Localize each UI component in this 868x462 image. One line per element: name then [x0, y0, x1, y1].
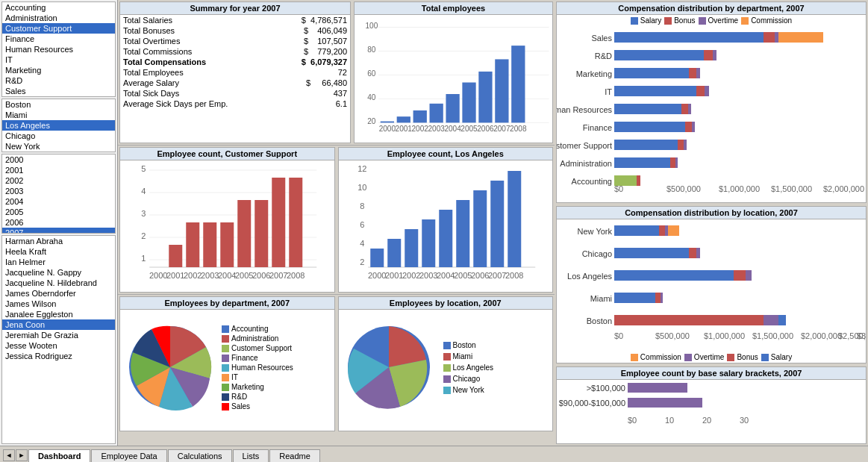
emp-item-jessica[interactable]: Jessica Rodriguez: [2, 351, 115, 361]
emp-item-ian[interactable]: Ian Helmer: [2, 257, 115, 267]
loc-item-miami[interactable]: Miami: [2, 110, 115, 120]
summary-label-overtimes: Total Overtimes: [120, 36, 277, 46]
dept-item-finance[interactable]: Finance: [2, 34, 115, 44]
year-item-2003[interactable]: 2003: [2, 186, 115, 196]
emp-item-jacq-g[interactable]: Jacqueline N. Gappy: [2, 267, 115, 278]
total-employees-chart-box: Total employees 100 80 60 40 20: [354, 1, 553, 143]
svg-text:Chicago: Chicago: [582, 249, 612, 258]
emp-item-jacq-h[interactable]: Jacqueline N. Hildebrand: [2, 278, 115, 288]
svg-text:Finance: Finance: [583, 123, 612, 132]
loc-legend-boston: Boston: [443, 341, 494, 349]
summary-row-bonuses: Total Bonuses $ 406,049: [120, 25, 350, 36]
dept-legend-marketing: Marketing: [222, 383, 293, 391]
dept-legend-sales: Sales: [222, 402, 293, 411]
svg-text:2004: 2004: [437, 271, 455, 280]
tab-scroll-left[interactable]: ◄: [3, 449, 15, 461]
department-list-section: Accounting Administration Customer Suppo…: [1, 1, 116, 97]
loc-item-new-york[interactable]: New York: [2, 141, 115, 152]
loc-item-chicago[interactable]: Chicago: [2, 131, 115, 141]
svg-rect-12: [413, 110, 427, 122]
emp-item-heela[interactable]: Heela Kraft: [2, 246, 115, 257]
dept-item-sales[interactable]: Sales: [2, 86, 115, 96]
dept-legend-rd: R&D: [222, 393, 293, 401]
emp-item-jesse[interactable]: Jesse Wooten: [2, 340, 115, 351]
svg-text:2008: 2008: [287, 271, 305, 280]
svg-text:2006: 2006: [252, 271, 270, 280]
svg-rect-40: [169, 245, 182, 267]
summary-value-avg-salary: $ 66,480: [277, 78, 350, 88]
svg-text:2002: 2002: [412, 125, 429, 133]
tab-readme[interactable]: Readme: [269, 449, 320, 462]
tab-lists[interactable]: Lists: [233, 449, 269, 462]
svg-text:Administration: Administration: [560, 159, 612, 168]
location-list: Boston Miami Los Angeles Chicago New Yor…: [2, 99, 115, 152]
svg-text:2006: 2006: [477, 125, 494, 133]
svg-text:2003: 2003: [428, 125, 445, 133]
svg-rect-13: [430, 104, 443, 123]
svg-text:2007: 2007: [493, 125, 511, 133]
emp-item-joanne[interactable]: Joanne Melendez: [2, 361, 115, 363]
svg-text:80: 80: [367, 46, 376, 54]
year-item-2005[interactable]: 2005: [2, 207, 115, 217]
svg-text:$0: $0: [614, 331, 623, 340]
comp-loc-title: Compensation distribution by location, 2…: [557, 207, 866, 219]
svg-text:10: 10: [665, 416, 674, 425]
svg-text:2008: 2008: [505, 271, 523, 280]
year-item-2002[interactable]: 2002: [2, 175, 115, 186]
svg-text:$1,500,000: $1,500,000: [752, 331, 793, 340]
dept-item-it[interactable]: IT: [2, 54, 115, 65]
svg-text:Customer Support: Customer Support: [557, 141, 612, 150]
dept-item-administration[interactable]: Administration: [2, 13, 115, 23]
comp-loc-legend-bonus: Bonus: [727, 353, 758, 361]
svg-rect-10: [381, 122, 394, 123]
summary-row-avg-sick: Average Sick Days per Emp. 6.1: [120, 99, 350, 109]
dept-item-rd[interactable]: R&D: [2, 75, 115, 86]
dept-legend-it: IT: [222, 373, 293, 381]
tab-employee-data[interactable]: Employee Data: [91, 449, 166, 462]
emp-item-harman[interactable]: Harman Abraha: [2, 236, 115, 246]
year-item-2007[interactable]: 2007: [2, 228, 115, 233]
svg-rect-93: [614, 32, 764, 43]
year-item-2004[interactable]: 2004: [2, 196, 115, 207]
svg-rect-42: [203, 222, 216, 267]
emp-item-james-o[interactable]: James Oberndorfer: [2, 288, 115, 299]
summary-value-employees: 72: [277, 67, 350, 78]
loc-item-los-angeles[interactable]: Los Angeles: [2, 120, 115, 131]
svg-rect-94: [764, 32, 775, 43]
svg-rect-11: [397, 116, 410, 122]
emp-item-jena[interactable]: Jena Coon: [2, 319, 115, 330]
emp-item-janalee[interactable]: Janalee Eggleston: [2, 309, 115, 319]
comp-legend-bonus: Bonus: [664, 16, 695, 25]
year-item-2000[interactable]: 2000: [2, 154, 115, 165]
tab-scroll-right[interactable]: ►: [16, 449, 28, 461]
dept-item-customer-support[interactable]: Customer Support: [2, 23, 115, 34]
svg-text:100: 100: [365, 22, 378, 30]
dept-item-human-resources[interactable]: Human Resources: [2, 44, 115, 54]
dept-item-accounting[interactable]: Accounting: [2, 2, 115, 13]
svg-rect-112: [614, 140, 678, 150]
tab-calculations[interactable]: Calculations: [168, 449, 232, 462]
emp-item-james-w[interactable]: James Wilson: [2, 299, 115, 309]
svg-rect-41: [186, 222, 199, 267]
dept-item-marketing[interactable]: Marketing: [2, 65, 115, 75]
svg-rect-111: [692, 122, 695, 132]
svg-rect-69: [456, 200, 469, 267]
year-item-2006[interactable]: 2006: [2, 217, 115, 228]
svg-text:4: 4: [141, 187, 146, 196]
tab-dashboard[interactable]: Dashboard: [28, 449, 90, 462]
svg-text:2000: 2000: [368, 271, 386, 280]
year-list-section: 2000 2001 2002 2003 2004 2005 2006 2007 …: [1, 154, 116, 234]
svg-text:Boston: Boston: [587, 316, 612, 325]
svg-text:60: 60: [367, 69, 376, 78]
svg-text:12: 12: [357, 164, 366, 173]
svg-text:2001: 2001: [385, 271, 403, 280]
emp-item-jeremiah[interactable]: Jeremiah De Grazia: [2, 330, 115, 340]
svg-text:2001: 2001: [396, 125, 413, 133]
year-item-2001[interactable]: 2001: [2, 165, 115, 175]
svg-text:$500,000: $500,000: [655, 331, 690, 340]
summary-section: Summary for year 2007 Total Salaries $ 4…: [118, 0, 555, 146]
loc-item-boston[interactable]: Boston: [2, 99, 115, 110]
svg-text:$2,000,000: $2,000,000: [801, 331, 842, 340]
svg-rect-130: [614, 225, 659, 236]
svg-rect-103: [614, 86, 696, 96]
